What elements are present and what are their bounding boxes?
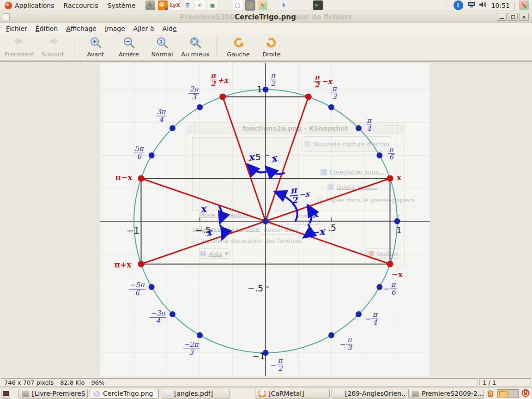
volume-icon[interactable] (478, 1, 487, 10)
menu-affichage[interactable]: Affichage (62, 24, 101, 33)
firefox-icon[interactable] (158, 0, 168, 10)
toolbar-au-mieux-button[interactable]: Au mieux (179, 36, 212, 58)
menu-edition[interactable]: Édition (31, 24, 62, 33)
taskbar: ⋮ [Livre-PremiereS ...CercleTrigo.png[an… (0, 387, 532, 399)
top-panel: Applications Raccourcis Système ✎LyX≣✍▦◯… (0, 0, 532, 11)
angle-label: π6 (388, 146, 394, 161)
file-drawer-icon[interactable]: ✎ (145, 0, 155, 10)
bluetooth-icon[interactable]: ᛒ (453, 0, 463, 10)
doc-icon (335, 391, 342, 397)
window-flash-icon[interactable]: ϟ (279, 0, 289, 10)
toolbar-gauche-label: Gauche (227, 51, 250, 58)
toolbar-au-mieux-label: Au mieux (181, 51, 209, 58)
angle-label: 3π4 (156, 109, 166, 124)
red-angle-label: π−x (115, 173, 133, 182)
angle-label: −π3 (338, 337, 352, 352)
taskbar-button-label: [CaRMetal] (268, 390, 304, 397)
trig-circle-figure: π2π3π4π62π33π45π6−5π6−3π4−2π3−π2−π3−π4−π… (100, 63, 430, 376)
taskbar-button-4[interactable]: [CaRMetal] (255, 389, 330, 399)
axis-tick-label: −.5 (248, 283, 263, 293)
toolbar-separator (217, 37, 217, 57)
zoom-out-icon (122, 36, 136, 50)
toolbar-precedent-button[interactable]: Précédent (3, 36, 36, 58)
red-angle-label: π+x (115, 260, 132, 269)
tray-app-icon[interactable] (519, 0, 529, 10)
color-picker-icon[interactable]: ↖ (258, 0, 267, 10)
clock[interactable]: 10:51 (490, 2, 512, 9)
window-list-icon (412, 391, 419, 397)
show-desktop-button[interactable] (1, 389, 10, 399)
workspace-switcher[interactable] (497, 389, 519, 398)
zoom-in-icon (89, 36, 103, 50)
taskbar-button-label: PremiereS2009-2... (422, 390, 484, 397)
page-indicator: 1 / 1 (483, 379, 496, 386)
status-bar: 746 x 707 pixels 82,8 Kio 96% 1 / 1 (0, 377, 532, 387)
pdf-icon (164, 391, 171, 397)
toolbar: PrécédentSuivantAvantArrière1NormalAu mi… (0, 34, 532, 61)
menu-aller-a[interactable]: Aller à (129, 24, 158, 33)
toolbar-droite-button[interactable]: Droite (255, 36, 288, 58)
angle-label: π4 (366, 117, 372, 133)
toolbar-normal-label: Normal (151, 51, 173, 58)
applications-menu-label: Applications (15, 2, 54, 9)
lyx-icon[interactable]: LyX (170, 0, 180, 10)
workspace-1[interactable] (498, 390, 508, 398)
taskbar-button-label: [269-AnglesOrien... (345, 390, 406, 397)
taskbar-button-1[interactable]: [Livre-PremiereS ... (18, 389, 88, 399)
ubuntu-logo-icon (5, 2, 12, 9)
ghost-title-left: PremiereS200 (180, 13, 235, 21)
toolbar-gauche-button[interactable]: Gauche (222, 36, 255, 58)
red-angle-label: π2−x (314, 74, 333, 89)
nav-right-icon (46, 36, 60, 50)
workspace-2[interactable] (508, 390, 518, 398)
tray-grip: ⋮ (445, 3, 449, 8)
rotate-left-icon (231, 36, 245, 50)
taskbar-button-3[interactable]: [angles.pdf] (161, 389, 230, 399)
toolbar-avant-button[interactable]: Avant (79, 36, 112, 58)
handwritten-angle-label: π2−x (289, 184, 311, 206)
toolbar-arriere-button[interactable]: Arrière (112, 36, 145, 58)
compass-icon[interactable]: ⊿ (245, 0, 255, 10)
axis-tick-label: −1 (127, 225, 139, 236)
taskbar-button-2[interactable]: CercleTrigo.png (90, 389, 159, 399)
taskbar-button-6[interactable]: PremiereS2009-2... (408, 389, 484, 399)
handwritten-label: x (200, 203, 207, 215)
angle-label: −5π6 (129, 282, 145, 297)
toolbar-suivant-button[interactable]: Suivant (36, 36, 69, 58)
freemind-icon[interactable]: ≣ (183, 0, 193, 10)
ghost-title-right: eur de fichiers (296, 13, 352, 21)
applications-menu[interactable]: Applications (0, 0, 59, 11)
toolbar-precedent-label: Précédent (4, 51, 34, 58)
raccourcis-menu[interactable]: Raccourcis (59, 0, 103, 11)
window-title: PremiereS200CercleTrigo.pngeur de fichie… (0, 13, 532, 21)
geometry-icon[interactable]: ◯ (233, 0, 242, 10)
angle-label: −2π3 (183, 341, 200, 357)
toolbar-droite-label: Droite (262, 51, 281, 58)
window-list-icon (22, 391, 29, 397)
menu-fichier[interactable]: Fichier (2, 24, 31, 33)
display-icon[interactable] (467, 1, 476, 10)
figure-geometry (100, 63, 430, 376)
handwritten-label: −x (310, 225, 326, 238)
title-bar[interactable]: PremiereS200CercleTrigo.pngeur de fichie… (0, 11, 532, 23)
menu-aide[interactable]: Aide (158, 24, 181, 33)
systeme-menu-label: Système (108, 2, 136, 9)
systeme-menu[interactable]: Système (103, 0, 140, 11)
red-angle-label: π2+x (210, 73, 229, 88)
angle-label: −π2 (269, 357, 283, 373)
menu-image[interactable]: Image (101, 24, 129, 33)
taskbar-grip: ⋮ (12, 391, 17, 396)
power-icon[interactable] (521, 388, 530, 399)
taskbar-button-5[interactable]: [269-AnglesOrien... (332, 389, 406, 399)
chart-icon[interactable]: ▦ (208, 0, 218, 10)
toolbar-normal-button[interactable]: 1Normal (145, 36, 179, 58)
active-title: CercleTrigo.png (235, 13, 296, 21)
image-dimensions: 746 x 707 pixels (4, 379, 54, 386)
rotate-right-icon (265, 36, 278, 50)
text-editor-icon[interactable]: ✍ (195, 0, 205, 10)
zoom-1-icon: 1 (155, 36, 169, 50)
terminal-icon[interactable]: >_ (313, 0, 323, 10)
raccourcis-menu-label: Raccourcis (64, 2, 98, 9)
trash-icon[interactable] (486, 388, 495, 399)
image-icon (93, 391, 100, 397)
